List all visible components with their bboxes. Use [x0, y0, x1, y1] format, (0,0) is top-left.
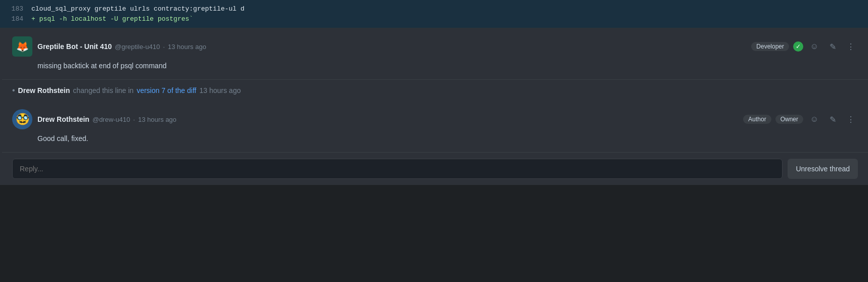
drew-comment-header: 🥸 Drew Rothstein @drew-u410 · 13 hours a… — [12, 109, 858, 129]
drew-time: 13 hours ago — [138, 116, 177, 123]
bot-username: @greptile-u410 — [115, 43, 160, 51]
reply-area: Unresolve thread — [2, 153, 868, 185]
bot-comment-body: missing backtick at end of psql command — [37, 61, 858, 71]
bot-comment: 🦊 Greptile Bot - Unit 410 @greptile-u410… — [2, 28, 868, 80]
drew-comment-header-left: 🥸 Drew Rothstein @drew-u410 · 13 hours a… — [12, 109, 177, 129]
reply-input[interactable] — [12, 159, 783, 179]
bot-avatar: 🦊 — [12, 36, 32, 57]
author-badge: Author — [743, 115, 771, 124]
drew-comment-body: Good call, fixed. — [37, 133, 858, 144]
bot-meta: Greptile Bot - Unit 410 @greptile-u410 ·… — [37, 42, 206, 51]
code-line-184: 184 + psql -h localhost -U greptile post… — [8, 14, 860, 24]
change-author: Drew Rothstein — [18, 86, 70, 95]
more-button-bot[interactable]: ⋮ — [844, 39, 858, 54]
comment-thread: 🦊 Greptile Bot - Unit 410 @greptile-u410… — [0, 28, 868, 185]
check-icon: ✓ — [793, 41, 803, 52]
bot-time: 13 hours ago — [168, 43, 206, 51]
edit-button-drew[interactable]: ✎ — [826, 112, 840, 126]
code-block: 183 cloud_sql_proxy greptile ulrls contr… — [0, 0, 868, 28]
drew-meta: Drew Rothstein @drew-u410 · 13 hours ago — [37, 115, 177, 123]
line-number-184: 184 — [8, 14, 23, 24]
drew-comment: 🥸 Drew Rothstein @drew-u410 · 13 hours a… — [2, 101, 868, 153]
drew-dot: · — [133, 116, 135, 123]
bot-comment-actions: Developer ✓ ☺ ✎ ⋮ — [751, 39, 858, 54]
bot-comment-header-left: 🦊 Greptile Bot - Unit 410 @greptile-u410… — [12, 36, 206, 57]
emoji-icon-drew: ☺ — [810, 115, 818, 124]
bot-comment-header: 🦊 Greptile Bot - Unit 410 @greptile-u410… — [12, 36, 858, 57]
drew-comment-actions: Author Owner ☺ ✎ ⋮ — [743, 112, 858, 126]
code-line-above: 183 cloud_sql_proxy greptile ulrls contr… — [8, 4, 860, 14]
code-content-184: + psql -h localhost -U greptile postgres… — [31, 14, 193, 24]
drew-username: @drew-u410 — [93, 116, 131, 123]
more-button-drew[interactable]: ⋮ — [844, 112, 858, 126]
bot-author-line: Greptile Bot - Unit 410 @greptile-u410 ·… — [37, 42, 206, 51]
change-bullet: • — [12, 86, 15, 95]
bot-author-name: Greptile Bot - Unit 410 — [37, 42, 112, 51]
owner-badge: Owner — [775, 115, 803, 124]
emoji-icon-bot: ☺ — [810, 42, 818, 51]
more-icon-bot: ⋮ — [847, 42, 855, 52]
drew-avatar: 🥸 — [12, 109, 32, 129]
change-text: changed this line in — [73, 86, 134, 95]
change-line: • Drew Rothstein changed this line in ve… — [2, 80, 868, 101]
diff-link[interactable]: version 7 of the diff — [137, 86, 196, 95]
more-icon-drew: ⋮ — [847, 115, 855, 124]
drew-author-name: Drew Rothstein — [37, 115, 90, 123]
unresolve-button[interactable]: Unresolve thread — [788, 159, 858, 179]
bot-comment-time: · — [163, 43, 165, 51]
edit-icon-bot: ✎ — [830, 42, 836, 52]
change-time: 13 hours ago — [199, 86, 241, 95]
drew-author-line: Drew Rothstein @drew-u410 · 13 hours ago — [37, 115, 177, 123]
edit-button-bot[interactable]: ✎ — [826, 39, 840, 54]
code-content-above: cloud_sql_proxy greptile ulrls contracty… — [31, 4, 244, 14]
line-number-above: 183 — [8, 4, 23, 14]
developer-badge: Developer — [751, 42, 789, 51]
emoji-button-bot[interactable]: ☺ — [807, 39, 821, 54]
emoji-button-drew[interactable]: ☺ — [807, 112, 821, 126]
edit-icon-drew: ✎ — [830, 115, 836, 124]
